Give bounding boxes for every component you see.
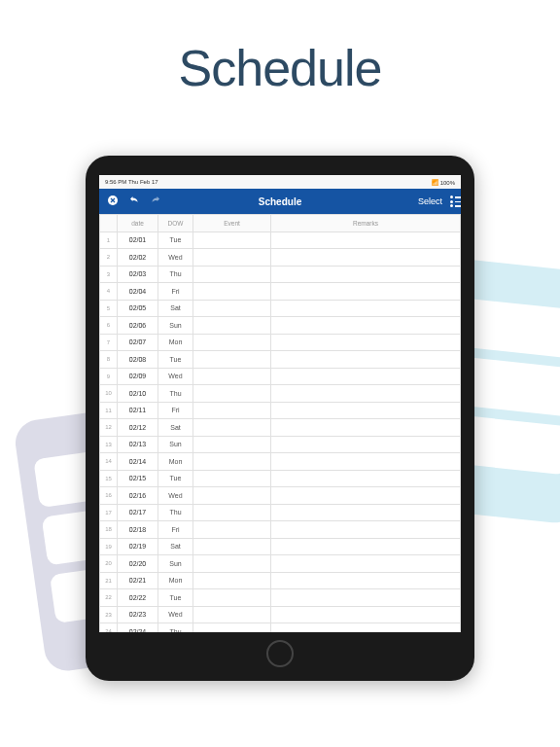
table-row[interactable]: 2002/20Sun xyxy=(100,555,461,573)
table-row[interactable]: 2202/22Tue xyxy=(100,589,461,607)
table-row[interactable]: 1102/11Fri xyxy=(100,402,461,419)
table-row[interactable]: 302/03Thu xyxy=(100,266,461,283)
cell-dow: Thu xyxy=(158,385,193,403)
col-header: Event xyxy=(193,215,271,232)
undo-icon[interactable] xyxy=(128,193,140,210)
table-row[interactable]: 1602/16Wed xyxy=(100,487,461,505)
cell-dow: Mon xyxy=(158,334,193,351)
cell-n: 2 xyxy=(100,249,118,267)
cell-event xyxy=(193,470,271,487)
cell-remarks xyxy=(271,231,461,249)
table-row[interactable]: 1002/10Thu xyxy=(100,385,461,403)
schedule-table-wrap[interactable]: dateDOWEventRemarks 102/01Tue202/02Wed30… xyxy=(99,214,461,632)
cell-n: 14 xyxy=(100,453,118,471)
cell-date: 02/08 xyxy=(118,351,158,369)
cell-event xyxy=(193,436,271,453)
hero-title: Schedule xyxy=(0,39,560,97)
col-header xyxy=(100,215,118,232)
cell-n: 17 xyxy=(100,504,118,521)
cell-dow: Tue xyxy=(158,231,193,249)
col-header: DOW xyxy=(158,215,193,232)
cell-dow: Thu xyxy=(158,266,193,283)
cell-event xyxy=(193,538,271,555)
cell-date: 02/21 xyxy=(118,572,158,589)
table-row[interactable]: 202/02Wed xyxy=(100,249,461,267)
cell-n: 11 xyxy=(100,402,118,419)
cell-remarks xyxy=(271,470,461,487)
table-row[interactable]: 1802/18Fri xyxy=(100,521,461,539)
cell-dow: Mon xyxy=(158,572,193,589)
table-row[interactable]: 702/07Mon xyxy=(100,334,461,351)
cell-n: 21 xyxy=(100,572,118,589)
cell-dow: Tue xyxy=(158,470,193,487)
cell-n: 24 xyxy=(100,623,118,633)
table-row[interactable]: 402/04Fri xyxy=(100,283,461,301)
table-row[interactable]: 1702/17Thu xyxy=(100,504,461,521)
cell-date: 02/15 xyxy=(118,470,158,487)
cell-n: 23 xyxy=(100,606,118,623)
home-button[interactable] xyxy=(266,640,294,667)
table-row[interactable]: 602/06Sun xyxy=(100,317,461,335)
cell-event xyxy=(193,385,271,403)
select-button[interactable]: Select xyxy=(418,196,442,206)
table-row[interactable]: 1302/13Sun xyxy=(100,436,461,453)
table-row[interactable]: 1202/12Sat xyxy=(100,419,461,437)
cell-event xyxy=(193,368,271,385)
cell-remarks xyxy=(271,521,461,539)
cell-dow: Wed xyxy=(158,368,193,385)
cell-n: 6 xyxy=(100,317,118,335)
table-row[interactable]: 802/08Tue xyxy=(100,351,461,369)
cell-remarks xyxy=(271,538,461,555)
tablet-frame: 9:56 PM Thu Feb 17 📶 100% Schedule Selec… xyxy=(86,156,474,681)
cell-dow: Wed xyxy=(158,606,193,623)
cell-event xyxy=(193,555,271,573)
table-row[interactable]: 102/01Tue xyxy=(100,231,461,249)
cell-event xyxy=(193,266,271,283)
cell-dow: Sat xyxy=(158,419,193,437)
cell-event xyxy=(193,623,271,633)
cell-event xyxy=(193,487,271,505)
cell-date: 02/23 xyxy=(118,606,158,623)
cell-n: 4 xyxy=(100,283,118,301)
table-row[interactable]: 2402/24Thu xyxy=(100,623,461,633)
cell-event xyxy=(193,606,271,623)
cell-dow: Sun xyxy=(158,436,193,453)
cell-event xyxy=(193,249,271,267)
table-row[interactable]: 902/09Wed xyxy=(100,368,461,385)
schedule-table: dateDOWEventRemarks 102/01Tue202/02Wed30… xyxy=(99,214,461,632)
table-row[interactable]: 1502/15Tue xyxy=(100,470,461,487)
col-header: Remarks xyxy=(271,215,461,232)
list-icon[interactable] xyxy=(450,195,453,209)
cell-remarks xyxy=(271,351,461,369)
table-row[interactable]: 502/05Sat xyxy=(100,300,461,317)
cell-dow: Tue xyxy=(158,589,193,607)
status-battery: 📶 100% xyxy=(432,179,455,186)
table-row[interactable]: 1902/19Sat xyxy=(100,538,461,555)
cell-remarks xyxy=(271,606,461,623)
cell-n: 12 xyxy=(100,419,118,437)
cell-event xyxy=(193,300,271,317)
cell-dow: Wed xyxy=(158,249,193,267)
cell-remarks xyxy=(271,249,461,267)
redo-icon[interactable] xyxy=(150,193,161,210)
cell-n: 16 xyxy=(100,487,118,505)
cell-dow: Tue xyxy=(158,351,193,369)
table-row[interactable]: 2102/21Mon xyxy=(100,572,461,589)
cell-date: 02/04 xyxy=(118,283,158,301)
cell-event xyxy=(193,334,271,351)
cell-n: 22 xyxy=(100,589,118,607)
cell-event xyxy=(193,283,271,301)
cell-n: 13 xyxy=(100,436,118,453)
table-row[interactable]: 2302/23Wed xyxy=(100,606,461,623)
close-icon[interactable] xyxy=(107,193,119,210)
cell-dow: Sun xyxy=(158,317,193,335)
table-row[interactable]: 1402/14Mon xyxy=(100,453,461,471)
cell-remarks xyxy=(271,317,461,335)
cell-date: 02/22 xyxy=(118,589,158,607)
cell-event xyxy=(193,402,271,419)
cell-remarks xyxy=(271,300,461,317)
cell-n: 18 xyxy=(100,521,118,539)
cell-remarks xyxy=(271,555,461,573)
cell-remarks xyxy=(271,385,461,403)
cell-n: 19 xyxy=(100,538,118,555)
